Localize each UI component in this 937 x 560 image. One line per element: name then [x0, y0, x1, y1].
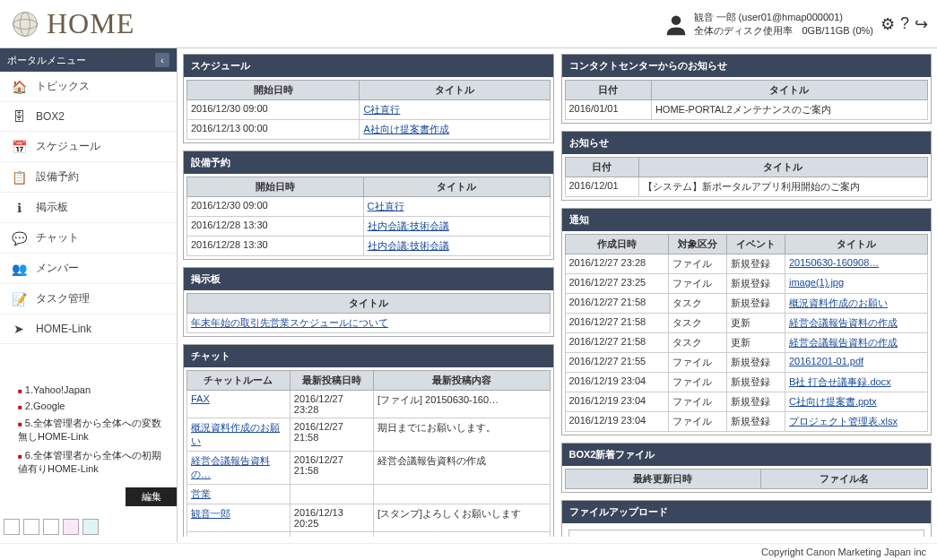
sidebar-item[interactable]: 🏠トピックス [0, 72, 177, 102]
link[interactable]: A社向け提案書作成 [363, 124, 448, 134]
table-cell: 2016/12/30 09:00 [187, 100, 360, 120]
link[interactable]: 20150630-160908… [789, 257, 879, 268]
link[interactable]: C社向け提案書.pptx [789, 396, 877, 407]
sidebar-sublink[interactable]: ■5.全体管理者から全体への変数無しHOME-Link [11, 414, 166, 446]
link[interactable]: 社内会議:技術会議 [368, 220, 449, 231]
footer: Copyright Canon Marketing Japan inc [0, 543, 937, 560]
table-row: 概況資料作成のお願い2016/12/27 21:58期日までにお願いします。 [187, 418, 551, 452]
table-cell: 2016/12/28 13:30 [187, 237, 364, 256]
sidebar-sublinks: ■1.Yahoo!Japan■2.Google■5.全体管理者から全体への変数無… [0, 378, 177, 482]
color-swatch[interactable] [43, 519, 59, 535]
table-cell: タスク [669, 333, 727, 353]
table-row: 営業 [187, 485, 551, 504]
color-swatch[interactable] [23, 519, 39, 535]
sidebar-item[interactable]: 🗄BOX2 [0, 102, 177, 132]
table-header: 開始日時 [187, 177, 364, 197]
table-header: タイトル [638, 158, 927, 177]
table-header: 対象区分 [669, 235, 727, 254]
table-cell: 2016/12/27 21:55 [565, 353, 669, 373]
table-cell: 2016/12/30 09:00 [187, 197, 364, 217]
menu-icon: 🏠 [11, 80, 27, 94]
table-row: 2016/12/27 23:28ファイル新規登録20150630-160908… [565, 254, 928, 274]
logout-icon[interactable]: ↪ [915, 14, 928, 34]
table-header: タイトル [363, 177, 550, 197]
table-header: タイトル [785, 235, 927, 254]
link[interactable]: 経営会議報告資料の作成 [789, 317, 898, 328]
link[interactable]: 経営会議報告資料の作成 [789, 337, 898, 348]
table-cell: 明日のB社会議の資料、よろしくお願い [373, 532, 550, 538]
link[interactable]: 営業 [191, 488, 211, 499]
sidebar-item[interactable]: 📅スケジュール [0, 132, 177, 162]
color-swatches [0, 512, 177, 542]
sidebar-item[interactable]: 📝タスク管理 [0, 284, 177, 314]
table-row: 2016/12/27 21:58タスク更新経営会議報告資料の作成 [565, 314, 928, 333]
sidebar-sublink[interactable]: ■6.全体管理者から全体への初期値有りHOME-Link [11, 446, 166, 478]
link[interactable]: 観音三郎 [191, 536, 230, 537]
table-cell: 新規登録 [727, 392, 785, 412]
table-header: イベント [727, 235, 785, 254]
sidebar-item[interactable]: 💬チャット [0, 223, 177, 254]
sidebar-collapse-icon[interactable]: ‹ [155, 53, 169, 67]
menu-icon: 👥 [11, 262, 27, 276]
globe-icon [9, 8, 41, 40]
panel: 通知作成日時対象区分イベントタイトル2016/12/27 23:28ファイル新規… [561, 208, 933, 435]
table-cell: 2016/12/13 [290, 532, 373, 538]
user-info: 観音 一郎 (user01@hmap000001) 全体のディスク使用率 0GB… [664, 11, 873, 38]
panel-header: ファイルアップロード [562, 501, 932, 523]
link[interactable]: 経営会議報告資料の… [191, 455, 270, 479]
table-header: 開始日時 [187, 81, 360, 100]
table-cell: 概況資料作成のお願い [785, 294, 927, 314]
sidebar-sublink[interactable]: ■1.Yahoo!Japan [11, 382, 166, 398]
table-cell: 2016/12/27 21:58 [565, 314, 669, 333]
menu-icon: 💬 [11, 231, 27, 246]
panel: チャットチャットルーム最新投稿日時最新投稿内容FAX2016/12/27 23:… [183, 344, 554, 537]
sidebar-sublink[interactable]: ■2.Google [11, 398, 166, 414]
link[interactable]: 概況資料作成のお願い [789, 297, 888, 308]
table-row: 2016/12/27 21:58タスク更新経営会議報告資料の作成 [565, 333, 928, 353]
table-cell: [スタンプ]よろしくお願いします [373, 504, 550, 532]
link[interactable]: image(1).jpg [789, 277, 844, 288]
table-row: 2016/12/27 21:58タスク新規登録概況資料作成のお願い [565, 294, 928, 314]
table-cell: 新規登録 [727, 373, 785, 392]
link[interactable]: 観音一郎 [191, 508, 230, 519]
color-swatch[interactable] [63, 519, 79, 535]
data-table: 日付タイトル2016/01/01HOME-PORTAL2メンテナンスのご案内 [565, 80, 929, 120]
link[interactable]: プロジェクト管理表.xlsx [789, 416, 898, 426]
link[interactable]: 20161201-01.pdf [789, 356, 863, 366]
link[interactable]: C社直行 [368, 201, 404, 211]
edit-button[interactable]: 編集 [126, 487, 177, 506]
help-icon[interactable]: ? [900, 14, 909, 34]
panel: コンタクトセンターからのお知らせ日付タイトル2016/01/01HOME-POR… [561, 54, 933, 124]
menu-icon: 📅 [11, 140, 27, 154]
color-swatch[interactable] [4, 519, 20, 535]
table-row: 観音三郎2016/12/13明日のB社会議の資料、よろしくお願い [187, 532, 551, 538]
table-cell: 2016/12/19 23:04 [565, 392, 669, 412]
link[interactable]: FAX [191, 393, 210, 404]
table-cell: 年末年始の取引先営業スケジュールについて [187, 314, 551, 333]
link[interactable]: 社内会議:技術会議 [368, 240, 449, 251]
link[interactable]: C社直行 [363, 104, 400, 115]
link[interactable]: 概況資料作成のお願い [191, 422, 280, 446]
sidebar-item[interactable]: 📋設備予約 [0, 162, 177, 193]
table-cell [373, 485, 550, 504]
color-swatch[interactable] [82, 519, 99, 535]
sidebar-item[interactable]: ℹ掲示板 [0, 193, 177, 223]
table-cell: 2016/12/13 20:25 [290, 504, 373, 532]
table-cell: 20150630-160908… [785, 254, 927, 274]
panel: 掲示板タイトル年末年始の取引先営業スケジュールについて [183, 267, 554, 337]
table-cell: ファイル [669, 412, 727, 432]
menu-icon: 📝 [11, 292, 27, 306]
settings-icon[interactable]: ⚙ [881, 14, 895, 34]
menu-label: タスク管理 [36, 291, 90, 306]
table-cell [290, 485, 373, 504]
menu-label: スケジュール [36, 139, 100, 154]
table-cell: HOME-PORTAL2メンテナンスのご案内 [651, 100, 927, 120]
table-cell: 概況資料作成のお願い [187, 418, 291, 452]
sidebar-item[interactable]: ➤HOME-Link [0, 314, 177, 344]
link[interactable]: B社 打合せ議事録.docx [789, 376, 891, 387]
file-dropzone[interactable]: ここにファイルをドロップしてください [568, 530, 925, 537]
table-cell: 新規登録 [727, 294, 785, 314]
menu-label: チャット [36, 230, 79, 246]
link[interactable]: 年末年始の取引先営業スケジュールについて [191, 317, 388, 328]
sidebar-item[interactable]: 👥メンバー [0, 254, 177, 284]
